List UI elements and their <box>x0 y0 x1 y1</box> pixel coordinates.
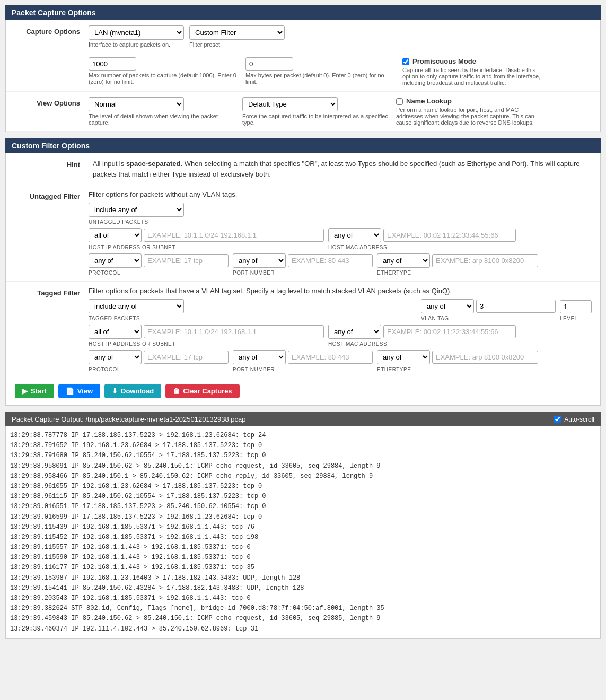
tagged-include-select[interactable]: include any of include all of exclude an… <box>89 299 184 313</box>
output-line: 13:29:39.115557 IP 192.168.1.1.443 > 192… <box>10 542 596 553</box>
view-level-select[interactable]: Normal Verbose Full <box>89 97 184 111</box>
action-buttons: ▶ Start 📄 View ⬇ Download 🗑 Clear Captur… <box>6 378 600 405</box>
view-type-select[interactable]: Default Type Ethernet PPP <box>242 97 338 111</box>
output-line: 13:29:38.961055 IP 192.168.1.23.62684 > … <box>10 482 596 492</box>
hint-label: Hint <box>14 159 89 179</box>
tagged-ethertype-input[interactable] <box>432 351 538 364</box>
output-line: 13:29:39.016551 IP 17.188.185.137.5223 >… <box>10 502 596 512</box>
promiscuous-desc: Capture all traffic seen by the interfac… <box>402 67 551 86</box>
output-line: 13:29:39.115590 IP 192.168.1.1.443 > 192… <box>10 553 596 563</box>
tagged-packets-label: TAGGED PACKETS <box>89 316 184 321</box>
untagged-filter-label: Untagged Filter <box>14 190 89 200</box>
tagged-vlan-input[interactable] <box>476 300 556 313</box>
tagged-protocol-label: PROTOCOL <box>89 366 229 372</box>
untagged-packets-label: UNTAGGED PACKETS <box>89 219 184 225</box>
tagged-port-label: PORT NUMBER <box>233 366 373 372</box>
untagged-ethertype-qualifier[interactable]: any of all of not all of not any of <box>377 253 430 268</box>
output-line: 13:29:38.958466 IP 85.240.150.1 > 85.240… <box>10 471 596 482</box>
tagged-protocol-input[interactable] <box>144 351 229 364</box>
untagged-port-label: PORT NUMBER <box>233 270 373 276</box>
start-icon: ▶ <box>22 387 28 395</box>
output-line: 13:29:39.460374 IP 192.111.4.102.443 > 8… <box>10 624 596 634</box>
output-line: 13:29:39.016599 IP 17.188.185.137.5223 >… <box>10 512 596 522</box>
untagged-include-select[interactable]: include any of include all of exclude an… <box>89 203 184 217</box>
tagged-protocol-qualifier[interactable]: any of all of not all of not any of <box>89 350 142 364</box>
tagged-vlan-qualifier[interactable]: any of all of not all of not any of <box>421 299 474 313</box>
tagged-host-ip-qualifier[interactable]: all of any of not all of not any of <box>89 325 142 339</box>
output-line: 13:29:39.115439 IP 192.168.1.185.53371 >… <box>10 522 596 532</box>
output-body: 13:29:38.787778 IP 17.188.185.137.5223 >… <box>5 426 601 639</box>
tagged-host-mac-label: HOST MAC ADDRESS <box>328 341 516 347</box>
output-line: 13:29:39.382624 STP 802.1d, Config, Flag… <box>10 603 596 614</box>
output-line: 13:29:38.787778 IP 17.188.185.137.5223 >… <box>10 431 596 441</box>
tagged-filter-label: Tagged Filter <box>14 287 89 297</box>
interface-desc: Interface to capture packets on. <box>89 41 184 48</box>
output-line: 13:29:39.203543 IP 192.168.1.185.53371 >… <box>10 593 596 603</box>
output-line: 13:29:39.153987 IP 192.168.1.23.16403 > … <box>10 573 596 583</box>
output-line: 13:29:39.115452 IP 192.168.1.185.53371 >… <box>10 532 596 542</box>
start-button[interactable]: ▶ Start <box>15 384 54 398</box>
tagged-filter-desc: Filter options for packets that have a V… <box>89 287 592 295</box>
tagged-host-mac-input[interactable] <box>383 325 516 338</box>
name-lookup-desc: Perform a name lookup for port, host, an… <box>396 107 544 126</box>
packet-capture-header: Packet Capture Options <box>5 5 601 20</box>
untagged-port-qualifier[interactable]: any of all of not all of not any of <box>233 253 286 268</box>
auto-scroll-control[interactable]: Auto-scroll <box>554 416 594 423</box>
tagged-host-mac-qualifier[interactable]: any of all of not all of not any of <box>328 325 381 339</box>
max-packets-desc: Max number of packets to capture (defaul… <box>89 72 237 85</box>
download-button[interactable]: ⬇ Download <box>104 384 161 398</box>
auto-scroll-checkbox[interactable] <box>554 416 561 423</box>
promiscuous-label[interactable]: Promiscuous Mode <box>412 57 476 65</box>
output-line: 13:29:38.961115 IP 85.240.150.62.10554 >… <box>10 492 596 502</box>
tagged-level-label: LEVEL <box>560 316 592 321</box>
capture-options-label: Capture Options <box>14 25 89 36</box>
tagged-host-ip-input[interactable] <box>144 325 324 338</box>
tagged-vlan-label: VLAN TAG <box>421 316 556 321</box>
untagged-host-mac-qualifier[interactable]: any of all of not all of not any of <box>328 228 381 242</box>
untagged-protocol-qualifier[interactable]: any of all of not all of not any of <box>89 253 142 268</box>
output-line: 13:29:38.791652 IP 192.168.1.23.62684 > … <box>10 441 596 451</box>
untagged-host-mac-input[interactable] <box>383 229 516 242</box>
download-icon: ⬇ <box>112 387 118 395</box>
tagged-port-input[interactable] <box>288 351 373 364</box>
untagged-port-input[interactable] <box>288 254 373 267</box>
tagged-host-ip-label: HOST IP ADDRESS OR SUBNET <box>89 341 324 347</box>
view-type-desc: Force the captured traffic to be interpr… <box>242 113 391 126</box>
trash-icon: 🗑 <box>173 387 180 395</box>
untagged-ethertype-input[interactable] <box>432 254 538 267</box>
name-lookup-checkbox[interactable] <box>396 98 403 105</box>
untagged-host-ip-label: HOST IP ADDRESS OR SUBNET <box>89 244 324 250</box>
filter-preset-select[interactable]: Custom Filter None HTTP <box>189 25 285 40</box>
output-line: 13:29:38.958091 IP 85.240.150.62 > 85.24… <box>10 461 596 471</box>
name-lookup-label[interactable]: Name Lookup <box>406 97 452 105</box>
output-header: Packet Capture Output: /tmp/packetcaptur… <box>5 412 601 426</box>
promiscuous-checkbox[interactable] <box>402 58 409 65</box>
tagged-ethertype-label: ETHERTYPE <box>377 366 538 372</box>
view-level-desc: The level of detail shown when viewing t… <box>89 113 237 126</box>
max-bytes-input[interactable] <box>245 57 293 71</box>
untagged-protocol-label: PROTOCOL <box>89 270 229 276</box>
view-button[interactable]: 📄 View <box>58 384 100 398</box>
hint-text: All input is space-separated. When selec… <box>93 160 580 178</box>
untagged-host-ip-qualifier[interactable]: all of any of not all of not any of <box>89 228 142 242</box>
max-packets-input[interactable] <box>89 57 136 71</box>
output-title: Packet Capture Output: /tmp/packetcaptur… <box>12 415 246 423</box>
clear-button[interactable]: 🗑 Clear Captures <box>165 384 239 398</box>
tagged-ethertype-qualifier[interactable]: any of all of not all of not any of <box>377 350 430 364</box>
untagged-host-mac-label: HOST MAC ADDRESS <box>328 244 516 250</box>
view-icon: 📄 <box>66 387 74 395</box>
untagged-host-ip-input[interactable] <box>144 229 324 242</box>
max-bytes-desc: Max bytes per packet (default 0). Enter … <box>245 72 394 85</box>
filter-preset-desc: Filter preset. <box>189 41 285 48</box>
interface-select[interactable]: LAN (mvneta1) WAN LAN2 Any <box>89 25 184 40</box>
output-line: 13:29:39.154141 IP 85.240.150.62.43284 >… <box>10 583 596 593</box>
untagged-protocol-input[interactable] <box>144 254 229 267</box>
tagged-port-qualifier[interactable]: any of all of not all of not any of <box>233 350 286 364</box>
untagged-filter-desc: Filter options for packets without any V… <box>89 190 592 198</box>
view-options-label: View Options <box>14 97 89 107</box>
auto-scroll-label[interactable]: Auto-scroll <box>564 416 594 423</box>
tagged-level-input[interactable] <box>560 300 592 313</box>
custom-filter-header: Custom Filter Options <box>5 138 601 153</box>
output-line: 13:29:38.791680 IP 85.240.150.62.10554 >… <box>10 451 596 461</box>
untagged-ethertype-label: ETHERTYPE <box>377 270 538 276</box>
